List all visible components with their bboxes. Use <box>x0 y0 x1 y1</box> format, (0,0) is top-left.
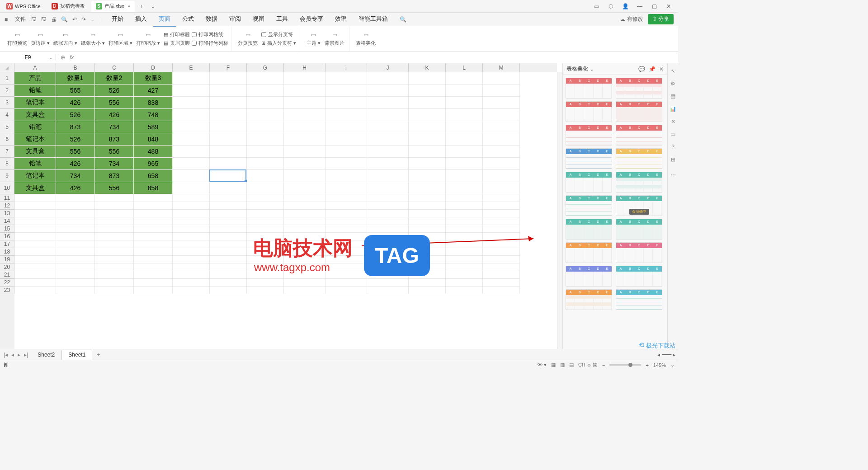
cell-empty[interactable] <box>14 210 56 217</box>
col-header-B[interactable]: B <box>56 63 95 72</box>
cell-empty[interactable] <box>367 248 409 256</box>
cell-empty[interactable] <box>210 158 247 170</box>
cell-empty[interactable] <box>210 72 247 85</box>
cell-empty[interactable] <box>284 263 326 271</box>
cell-empty[interactable] <box>284 233 326 240</box>
eye-icon[interactable]: 👁 ▾ <box>538 362 547 367</box>
view-page-icon[interactable]: ▥ <box>560 362 565 367</box>
hscroll-placeholder[interactable]: ◂ ━━━ ▸ <box>657 352 675 358</box>
template-item[interactable]: ABCDE <box>616 101 662 122</box>
cell-empty[interactable] <box>446 72 483 85</box>
cell-empty[interactable] <box>446 263 483 271</box>
cell-empty[interactable] <box>284 217 326 225</box>
tools-icon[interactable]: ✕ <box>671 118 675 125</box>
zoom-slider[interactable] <box>609 364 641 366</box>
cell-empty[interactable] <box>173 279 210 287</box>
cell-empty[interactable] <box>367 146 409 158</box>
template-item[interactable]: ABCDE <box>566 148 612 169</box>
cell-data[interactable]: 556 <box>95 146 134 158</box>
menu-tab-8[interactable]: 会员专享 <box>294 12 329 27</box>
cell-empty[interactable] <box>247 72 284 85</box>
cell-empty[interactable] <box>56 225 95 233</box>
cell-header[interactable]: 数量2 <box>95 72 134 85</box>
cell-empty[interactable] <box>95 248 134 256</box>
zoom-icon[interactable]: ⊕ <box>61 54 65 61</box>
sheet-nav-last[interactable]: ▸| <box>23 352 29 358</box>
template-item[interactable]: ABCDE <box>566 125 612 146</box>
cell-empty[interactable] <box>409 225 446 233</box>
cell-empty[interactable] <box>326 287 367 294</box>
cell-empty[interactable] <box>95 194 134 202</box>
cell-empty[interactable] <box>56 233 95 240</box>
cell-empty[interactable] <box>409 271 446 279</box>
cell-empty[interactable] <box>367 170 409 182</box>
col-header-J[interactable]: J <box>367 63 409 72</box>
cell-data[interactable]: 文具盒 <box>14 182 56 194</box>
row-header-16[interactable]: 16 <box>0 233 14 240</box>
cell-empty[interactable] <box>483 240 520 248</box>
cell-data[interactable]: 铅笔 <box>14 158 56 170</box>
cell-empty[interactable] <box>173 210 210 217</box>
col-header-G[interactable]: G <box>247 63 284 72</box>
cloud-status[interactable]: ☁ 有修改 <box>620 15 643 23</box>
zoom-thumb[interactable] <box>628 363 632 367</box>
cell-empty[interactable] <box>326 263 367 271</box>
menu-tab-9[interactable]: 效率 <box>330 12 352 27</box>
template-item[interactable]: ABCDE <box>566 266 612 287</box>
row-header-12[interactable]: 12 <box>0 202 14 210</box>
cell-empty[interactable] <box>284 133 326 146</box>
cell-empty[interactable] <box>247 217 284 225</box>
cell-empty[interactable] <box>284 97 326 109</box>
cell-data[interactable]: 965 <box>134 158 173 170</box>
hamburger-icon[interactable]: ≡ <box>3 16 9 23</box>
cell-empty[interactable] <box>446 133 483 146</box>
cell-empty[interactable] <box>326 279 367 287</box>
cell-empty[interactable] <box>483 248 520 256</box>
ribbon-打印预览[interactable]: ▭打印预览 <box>5 31 29 47</box>
cube-icon[interactable]: ⬡ <box>607 3 615 9</box>
cell-empty[interactable] <box>247 109 284 121</box>
cell-empty[interactable] <box>446 170 483 182</box>
cell-empty[interactable] <box>367 263 409 271</box>
cell-empty[interactable] <box>409 233 446 240</box>
tab-dropdown-button[interactable]: ⌄ <box>147 3 159 9</box>
cell-empty[interactable] <box>210 279 247 287</box>
cell-empty[interactable] <box>247 182 284 194</box>
cell-empty[interactable] <box>134 210 173 217</box>
ribbon-表格美化[interactable]: ▭表格美化 <box>354 31 377 47</box>
cell-empty[interactable] <box>173 182 210 194</box>
cell-empty[interactable] <box>483 271 520 279</box>
cell-empty[interactable] <box>446 240 483 248</box>
cell-empty[interactable] <box>326 210 367 217</box>
cell-empty[interactable] <box>367 72 409 85</box>
cell-empty[interactable] <box>409 85 446 97</box>
row-header-13[interactable]: 13 <box>0 210 14 217</box>
cell-empty[interactable] <box>284 72 326 85</box>
sheet-nav-first[interactable]: |◂ <box>3 352 9 358</box>
cell-empty[interactable] <box>446 146 483 158</box>
cell-empty[interactable] <box>247 85 284 97</box>
cell-empty[interactable] <box>134 263 173 271</box>
cell-empty[interactable] <box>14 271 56 279</box>
cell-empty[interactable] <box>95 287 134 294</box>
cell-empty[interactable] <box>483 279 520 287</box>
cell-data[interactable]: 556 <box>95 182 134 194</box>
cell-empty[interactable] <box>284 256 326 263</box>
cell-empty[interactable] <box>173 248 210 256</box>
user-icon[interactable]: 👤 <box>621 3 629 9</box>
cell-header[interactable]: 数量1 <box>56 72 95 85</box>
cell-empty[interactable] <box>326 194 367 202</box>
cell-empty[interactable] <box>173 121 210 133</box>
cell-empty[interactable] <box>173 225 210 233</box>
cell-empty[interactable] <box>56 210 95 217</box>
cell-empty[interactable] <box>210 263 247 271</box>
cell-empty[interactable] <box>446 271 483 279</box>
row-header-23[interactable]: 23 <box>0 287 14 294</box>
cell-empty[interactable] <box>210 256 247 263</box>
cell-empty[interactable] <box>56 202 95 210</box>
cell-empty[interactable] <box>409 158 446 170</box>
cell-empty[interactable] <box>134 240 173 248</box>
col-header-E[interactable]: E <box>173 63 210 72</box>
col-header-L[interactable]: L <box>446 63 483 72</box>
cell-empty[interactable] <box>409 248 446 256</box>
